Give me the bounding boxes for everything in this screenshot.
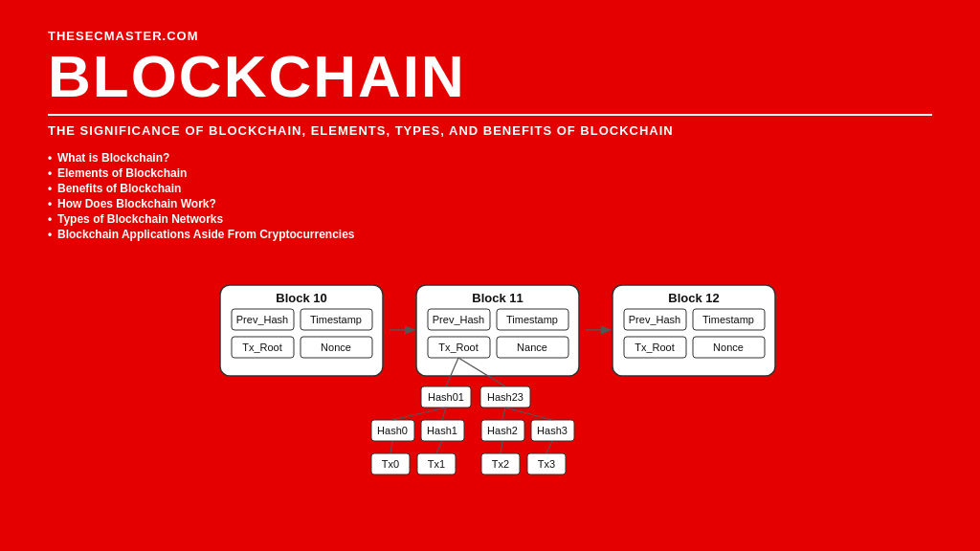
bullet-list: What is Blockchain?Elements of Blockchai… [48, 151, 932, 241]
block10-txroot: Tx_Root [242, 342, 282, 353]
block12-txroot: Tx_Root [635, 342, 675, 353]
line-hash23-hash3 [505, 408, 552, 420]
line-hash3-tx3 [546, 441, 552, 453]
bullet-item: Types of Blockchain Networks [48, 212, 932, 226]
main-title: BLOCKCHAIN [48, 47, 932, 106]
line-hash0-tx0 [390, 441, 392, 453]
block12-label: Block 12 [668, 291, 719, 305]
diagram-area: Block 10 Prev_Hash Timestamp Tx_Root Non… [0, 283, 980, 551]
site-name: THESECMASTER.COM [48, 29, 932, 43]
block10-prev-hash: Prev_Hash [236, 314, 288, 325]
block10-label: Block 10 [276, 291, 326, 305]
block12-prev-hash: Prev_Hash [629, 314, 680, 325]
bullet-item: Benefits of Blockchain [48, 182, 932, 195]
hash0-label: Hash0 [377, 425, 408, 436]
line-hash2-tx2 [501, 441, 502, 453]
block11-nonce: Nance [517, 342, 547, 353]
line-hash01-hash1 [442, 408, 446, 420]
tx0-label: Tx0 [382, 458, 399, 470]
main-container: THESECMASTER.COM BLOCKCHAIN THE SIGNIFIC… [0, 0, 980, 277]
bullet-item: How Does Blockchain Work? [48, 197, 932, 210]
bullet-item: What is Blockchain? [48, 151, 932, 165]
tx2-label: Tx2 [492, 458, 509, 470]
hash3-label: Hash3 [537, 425, 568, 436]
block10-timestamp: Timestamp [310, 314, 362, 325]
bullet-item: Blockchain Applications Aside From Crypt… [48, 228, 932, 241]
block12-timestamp: Timestamp [702, 314, 754, 325]
hash2-label: Hash2 [487, 425, 518, 436]
hash23-label: Hash23 [487, 391, 523, 403]
line-hash01-hash0 [392, 408, 446, 420]
tx1-label: Tx1 [428, 458, 445, 470]
hash01-label: Hash01 [428, 391, 464, 403]
block11-timestamp: Timestamp [506, 314, 558, 325]
block11-txroot: Tx_Root [438, 342, 479, 353]
subtitle: THE SIGNIFICANCE OF BLOCKCHAIN, ELEMENTS… [48, 114, 932, 138]
block10-nonce: Nonce [321, 342, 351, 353]
block11-prev-hash: Prev_Hash [433, 314, 484, 325]
line-hash1-tx1 [436, 441, 442, 453]
bullet-item: Elements of Blockchain [48, 166, 932, 180]
line-hash23-hash2 [502, 408, 505, 420]
tx3-label: Tx3 [538, 458, 555, 470]
block11-label: Block 11 [472, 291, 523, 305]
hash1-label: Hash1 [427, 425, 457, 436]
blockchain-diagram: Block 10 Prev_Hash Timestamp Tx_Root Non… [0, 283, 980, 551]
block12-nonce: Nonce [713, 342, 744, 353]
